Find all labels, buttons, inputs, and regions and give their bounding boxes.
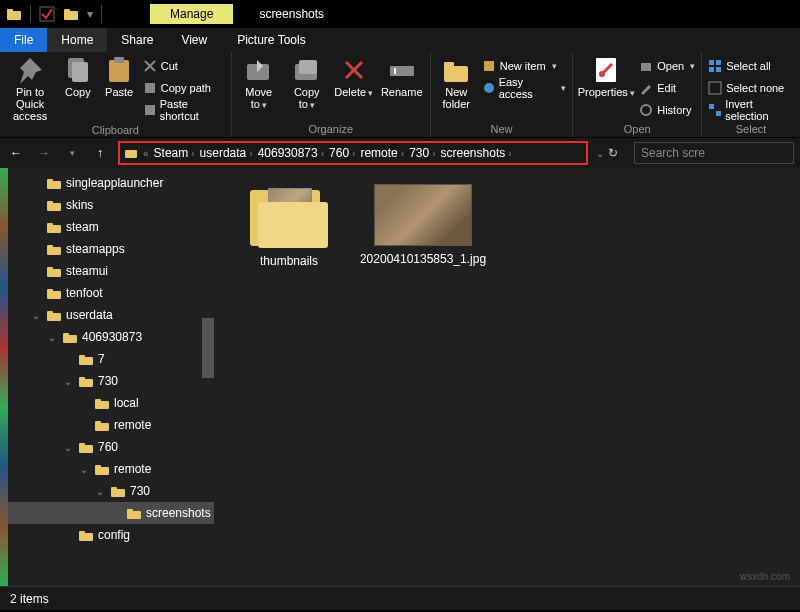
svg-rect-59 — [95, 465, 101, 469]
expand-icon[interactable]: ⌄ — [30, 310, 42, 321]
forward-button[interactable]: → — [34, 143, 54, 163]
folder-icon — [78, 353, 94, 366]
crumb-730[interactable]: 730› — [409, 146, 438, 160]
expand-icon[interactable]: ⌄ — [78, 464, 90, 475]
manage-tab[interactable]: Manage — [150, 4, 233, 24]
tree-item[interactable]: remote — [8, 414, 214, 436]
svg-rect-45 — [47, 311, 53, 315]
edit-button[interactable]: Edit — [639, 78, 695, 98]
folder-icon — [94, 419, 110, 432]
item-thumbnails[interactable]: thumbnails — [234, 184, 344, 268]
tree-label: remote — [114, 462, 151, 476]
svg-rect-15 — [394, 68, 396, 74]
invert-button[interactable]: Invert selection — [708, 100, 794, 120]
tree-item[interactable]: ⌄userdata — [8, 304, 214, 326]
refresh-button[interactable]: ↻ — [608, 146, 618, 160]
tree-label: steamui — [66, 264, 108, 278]
checkmark-icon[interactable] — [39, 6, 55, 22]
recent-button[interactable]: ▾ — [62, 143, 82, 163]
pin-button[interactable]: Pin to Quick access — [6, 56, 54, 122]
copyto-button[interactable]: Copy to▾ — [286, 56, 328, 111]
tab-picture-tools[interactable]: Picture Tools — [223, 28, 319, 52]
separator — [101, 5, 102, 23]
delete-button[interactable]: Delete▾ — [334, 56, 374, 99]
tree-item[interactable]: singleapplauncher — [8, 172, 214, 194]
expand-icon[interactable]: ⌄ — [62, 376, 74, 387]
content-pane[interactable]: thumbnails 20200410135853_1.jpg wsxdn.co… — [214, 168, 800, 586]
up-button[interactable]: ↑ — [90, 143, 110, 163]
tree-item[interactable]: screenshots — [8, 502, 214, 524]
tree-item[interactable]: ⌄730 — [8, 480, 214, 502]
svg-point-23 — [641, 105, 651, 115]
folder-icon — [46, 265, 62, 278]
tree-label: 760 — [98, 440, 118, 454]
item-image[interactable]: 20200410135853_1.jpg — [368, 184, 478, 266]
group-organize: Move to▾ Copy to▾ Delete▾ Rename Organiz… — [232, 52, 431, 137]
easyaccess-button[interactable]: Easy access▾ — [482, 78, 566, 98]
paste-button[interactable]: Paste — [102, 56, 137, 98]
tree-item[interactable]: ⌄406930873 — [8, 326, 214, 348]
breadcrumb[interactable]: « Steam› userdata› 406930873› 760› remot… — [118, 141, 588, 165]
shortcut-icon — [143, 103, 156, 117]
copy-button[interactable]: Copy — [60, 56, 95, 98]
tree-item[interactable]: ⌄remote — [8, 458, 214, 480]
tree-item[interactable]: tenfoot — [8, 282, 214, 304]
tab-file[interactable]: File — [0, 28, 47, 52]
tab-home[interactable]: Home — [47, 28, 107, 52]
svg-rect-41 — [47, 267, 53, 271]
crumb-remote[interactable]: remote› — [360, 146, 407, 160]
svg-rect-13 — [299, 60, 317, 74]
tree-label: tenfoot — [66, 286, 103, 300]
cut-button[interactable]: Cut — [143, 56, 225, 76]
selectnone-button[interactable]: Select none — [708, 78, 794, 98]
moveto-button[interactable]: Move to▾ — [238, 56, 280, 111]
qat-overflow[interactable]: ▾ — [87, 7, 93, 21]
expand-icon[interactable]: ⌄ — [94, 486, 106, 497]
svg-rect-28 — [709, 82, 721, 94]
crumb-760[interactable]: 760› — [329, 146, 358, 160]
expand-icon[interactable]: ⌄ — [46, 332, 58, 343]
svg-rect-35 — [47, 201, 53, 205]
tree-item[interactable]: steamapps — [8, 238, 214, 260]
tree-label: screenshots — [146, 506, 211, 520]
tree-item[interactable]: local — [8, 392, 214, 414]
folder-icon — [78, 375, 94, 388]
title-bar: ▾ Manage screenshots — [0, 0, 800, 28]
tree-item[interactable]: 7 — [8, 348, 214, 370]
tree-item[interactable]: steam — [8, 216, 214, 238]
crumb-steam[interactable]: Steam› — [154, 146, 198, 160]
rename-button[interactable]: Rename — [380, 56, 424, 98]
copypath-button[interactable]: Copy path — [143, 78, 225, 98]
pin-icon — [16, 56, 44, 84]
separator — [30, 5, 31, 23]
scrollbar[interactable] — [202, 318, 214, 378]
tree-item[interactable]: skins — [8, 194, 214, 216]
folder-icon[interactable] — [63, 6, 79, 22]
tree-item[interactable]: steamui — [8, 260, 214, 282]
crumb-406930873[interactable]: 406930873› — [258, 146, 327, 160]
folder-icon — [94, 397, 110, 410]
color-strip — [0, 168, 8, 586]
tree-item[interactable]: ⌄760 — [8, 436, 214, 458]
newfolder-button[interactable]: New folder — [437, 56, 476, 110]
newitem-button[interactable]: New item▾ — [482, 56, 566, 76]
pasteshortcut-button[interactable]: Paste shortcut — [143, 100, 225, 120]
tab-share[interactable]: Share — [107, 28, 167, 52]
crumb-screenshots[interactable]: screenshots› — [441, 146, 515, 160]
svg-rect-25 — [716, 60, 721, 65]
search-input[interactable]: Search scre — [634, 142, 794, 164]
tab-view[interactable]: View — [167, 28, 221, 52]
expand-icon[interactable]: ⌄ — [62, 442, 74, 453]
svg-rect-7 — [109, 60, 129, 82]
tree-item[interactable]: ⌄730 — [8, 370, 214, 392]
tree-item[interactable]: config — [8, 524, 214, 546]
nav-tree[interactable]: singleapplauncherskinssteamsteamappsstea… — [8, 168, 214, 586]
history-button[interactable]: History — [639, 100, 695, 120]
back-button[interactable]: ← — [6, 143, 26, 163]
properties-button[interactable]: Properties▾ — [579, 56, 633, 99]
crumb-userdata[interactable]: userdata› — [200, 146, 256, 160]
selectall-button[interactable]: Select all — [708, 56, 794, 76]
rename-icon — [388, 56, 416, 84]
open-button[interactable]: Open▾ — [639, 56, 695, 76]
dropdown-icon[interactable]: ⌄ — [596, 148, 604, 159]
